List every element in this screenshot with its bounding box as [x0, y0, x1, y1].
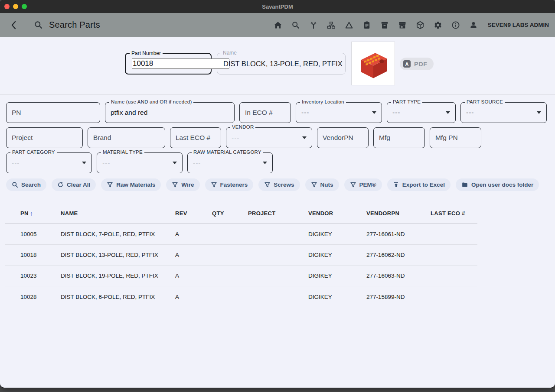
part-type-value: --- [392, 109, 401, 117]
column-header-name[interactable]: NAME [61, 210, 175, 217]
back-button[interactable] [10, 20, 18, 30]
storefront-icon[interactable] [398, 20, 407, 29]
column-label: VENDOR [308, 210, 333, 217]
chevron-down-icon [372, 111, 376, 114]
chevron-down-icon [173, 162, 177, 164]
mfg-filter-field[interactable] [373, 127, 425, 148]
table-row[interactable]: 10023DIST BLOCK, 19-POLE, RED, PTFIXADIG… [5, 266, 477, 286]
brand-filter-input[interactable] [93, 134, 160, 142]
in-eco-filter-field[interactable] [239, 102, 291, 123]
page-title: Search Parts [49, 20, 100, 30]
raw-material-category-select[interactable]: RAW MATERIAL CATEGORY --- [187, 152, 273, 173]
delta-icon[interactable] [345, 20, 354, 29]
home-icon[interactable] [274, 20, 283, 29]
project-filter-field[interactable] [6, 127, 83, 148]
raw-materials-button-label: Raw Materials [116, 181, 155, 188]
person-icon[interactable] [469, 20, 478, 29]
table-cell: DIGIKEY [308, 252, 366, 258]
name-filter-input[interactable] [111, 109, 229, 117]
filter-row-2: VENDOR --- [6, 127, 555, 148]
part-name-field[interactable]: Name DIST BLOCK, 13-POLE, RED, PTFIX [217, 53, 346, 75]
mfg-pn-filter-input[interactable] [435, 134, 476, 142]
distribution-block-image [354, 45, 392, 83]
results-table: PN ↑ NAME REV QTY PROJECT VENDOR VENDORP… [5, 203, 477, 307]
table-cell: DIGIKEY [308, 294, 366, 300]
filter-row-1: Name (use AND and OR if needed) Inventor… [6, 102, 555, 123]
table-cell: A [175, 252, 212, 258]
part-source-select[interactable]: PART SOURCE --- [460, 102, 547, 123]
table-cell: A [175, 231, 212, 237]
part-category-label: PART CATEGORY [10, 149, 57, 155]
app-toolbar: Search Parts [0, 13, 555, 37]
column-label: REV [175, 210, 187, 217]
info-icon[interactable] [451, 20, 460, 29]
column-header-last-eco[interactable]: LAST ECO # [431, 210, 477, 217]
last-eco-filter-input[interactable] [176, 134, 215, 142]
chevron-down-icon [302, 136, 307, 139]
clipboard-icon[interactable] [362, 20, 372, 29]
search-button[interactable]: Search [6, 178, 46, 191]
material-type-select[interactable]: MATERIAL TYPE --- [97, 152, 183, 173]
vendor-pn-filter-input[interactable] [323, 134, 363, 142]
mfg-pn-filter-field[interactable] [430, 127, 481, 148]
in-eco-filter-input[interactable] [245, 109, 285, 117]
part-number-field[interactable]: Part Number [125, 53, 212, 75]
vendor-value: --- [232, 134, 240, 142]
table-cell: DIST BLOCK, 19-POLE, RED, PTFIX [61, 272, 175, 279]
last-eco-filter-field[interactable] [170, 127, 221, 148]
archive-icon[interactable] [380, 20, 389, 29]
table-row[interactable]: 10028DIST BLOCK, 6-POLE, RED, PTFIXADIGI… [5, 286, 477, 307]
part-thumbnail[interactable] [351, 42, 395, 85]
column-header-rev[interactable]: REV [175, 210, 212, 217]
column-header-pn[interactable]: PN ↑ [20, 210, 61, 217]
search-filters: Name (use AND and OR if needed) Inventor… [0, 94, 555, 173]
vendor-pn-filter-field[interactable] [317, 127, 369, 148]
table-cell: DIGIKEY [308, 272, 366, 279]
column-label: LAST ECO # [431, 210, 465, 217]
search-icon [34, 20, 43, 29]
table-cell: 10023 [20, 272, 61, 279]
vendor-select[interactable]: VENDOR --- [226, 127, 312, 148]
filter-funnel-icon [311, 181, 317, 188]
name-filter-field[interactable]: Name (use AND and OR if needed) [105, 102, 235, 123]
fasteners-button-label: Fasteners [220, 181, 248, 188]
pn-filter-field[interactable] [6, 102, 100, 123]
raw-materials-filter-button[interactable]: Raw Materials [101, 178, 161, 191]
inventory-location-select[interactable]: Inventory Location --- [296, 102, 382, 123]
column-header-qty[interactable]: QTY [212, 210, 248, 217]
part-category-select[interactable]: PART CATEGORY --- [6, 152, 92, 173]
open-user-docs-folder-button[interactable]: Open user docs folder [456, 178, 539, 191]
reset-icon [57, 181, 64, 188]
pdf-file-icon: A [403, 60, 411, 68]
wire-filter-button[interactable]: Wire [166, 178, 199, 191]
column-header-vendor[interactable]: VENDOR [308, 210, 366, 217]
column-header-vendorpn[interactable]: VENDORPN [366, 210, 431, 217]
screws-filter-button[interactable]: Screws [258, 178, 300, 191]
clear-all-button[interactable]: Clear All [52, 178, 96, 191]
column-header-project[interactable]: PROJECT [248, 210, 308, 217]
app-window: SavantPDM Search Parts [0, 0, 555, 388]
table-row[interactable]: 10018DIST BLOCK, 13-POLE, RED, PTFIXADIG… [5, 245, 477, 266]
pdf-button[interactable]: A PDF [400, 58, 434, 70]
fasteners-filter-button[interactable]: Fasteners [205, 178, 254, 191]
nuts-filter-button[interactable]: Nuts [305, 178, 339, 191]
table-row[interactable]: 10005DIST BLOCK, 7-POLE, RED, PTFIXADIGI… [5, 224, 477, 245]
pem-filter-button[interactable]: PEM® [344, 178, 382, 191]
screws-button-label: Screws [274, 181, 294, 188]
selected-part-header: Part Number Name DIST BLOCK, 13-POLE, RE… [0, 37, 555, 94]
export-to-excel-button[interactable]: Export to Excel [387, 178, 451, 191]
call-split-icon[interactable] [309, 20, 318, 29]
package-icon[interactable] [416, 20, 425, 29]
mfg-filter-input[interactable] [379, 134, 419, 142]
pn-filter-input[interactable] [12, 109, 95, 117]
wire-button-label: Wire [181, 181, 194, 188]
part-type-select[interactable]: PART TYPE --- [387, 102, 456, 123]
brand-filter-field[interactable] [88, 127, 165, 148]
part-number-input[interactable] [132, 58, 229, 69]
hierarchy-icon[interactable] [327, 20, 336, 29]
search-nav-icon[interactable] [291, 20, 300, 29]
project-filter-input[interactable] [12, 134, 77, 142]
column-label: VENDORPN [366, 210, 399, 217]
settings-gear-icon[interactable] [434, 20, 443, 29]
material-type-value: --- [102, 159, 111, 167]
